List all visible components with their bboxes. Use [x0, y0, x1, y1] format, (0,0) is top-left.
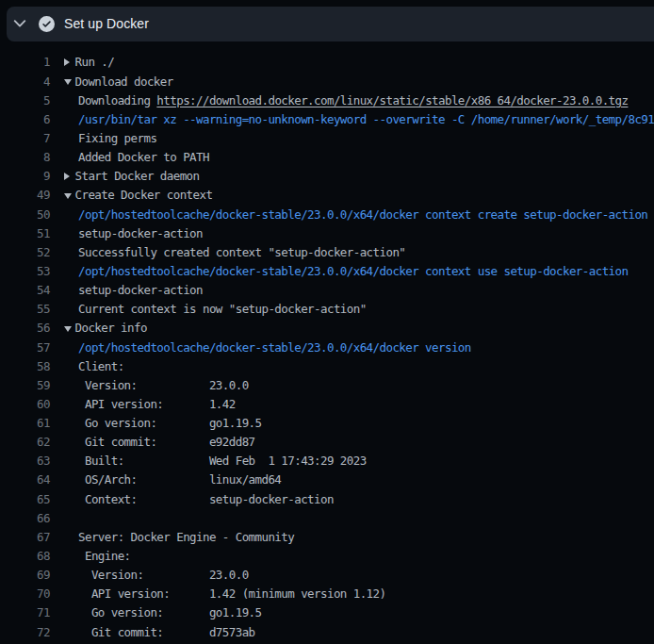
- log-line[interactable]: 50 /opt/hostedtoolcache/docker-stable/23…: [0, 206, 654, 224]
- log-text: Create Docker context: [75, 186, 213, 205]
- log-line[interactable]: 54 setup-docker-action: [0, 281, 654, 300]
- log-text: Start Docker daemon: [75, 167, 200, 186]
- log-line[interactable]: 69 Version: 23.0.0: [0, 566, 654, 585]
- line-number[interactable]: 71: [0, 603, 50, 622]
- line-number[interactable]: 55: [0, 300, 50, 319]
- log-line[interactable]: 57 /opt/hostedtoolcache/docker-stable/23…: [0, 339, 654, 357]
- log-line[interactable]: 5 Downloading https://download.docker.co…: [0, 91, 654, 110]
- log-line[interactable]: 71 Go version: go1.19.5: [0, 603, 654, 622]
- line-number[interactable]: 7: [0, 129, 50, 148]
- log-text: API version: 1.42: [78, 395, 236, 414]
- line-number[interactable]: 67: [0, 528, 50, 547]
- line-number[interactable]: 70: [0, 585, 50, 603]
- log-text: Version: 23.0.0: [78, 566, 249, 585]
- step-title: Set up Docker: [64, 7, 149, 41]
- line-number[interactable]: 57: [0, 339, 50, 357]
- log-line[interactable]: 60 API version: 1.42: [0, 395, 654, 414]
- log-text: Engine:: [78, 547, 131, 566]
- line-number[interactable]: 4: [0, 73, 50, 91]
- log-line[interactable]: 9 Start Docker daemon: [0, 167, 654, 186]
- line-number[interactable]: 50: [0, 206, 50, 224]
- group-expanded-icon[interactable]: [64, 79, 72, 85]
- line-number[interactable]: 64: [0, 471, 50, 489]
- log-line[interactable]: 61 Go version: go1.19.5: [0, 414, 654, 433]
- log-line[interactable]: 66: [0, 509, 654, 528]
- log-line[interactable]: 59 Version: 23.0.0: [0, 376, 654, 395]
- group-collapsed-icon[interactable]: [64, 58, 70, 66]
- log-line[interactable]: 64 OS/Arch: linux/amd64: [0, 471, 654, 489]
- log-text: /usr/bin/tar xz --warning=no-unknown-key…: [78, 110, 654, 129]
- log-line[interactable]: 6 /usr/bin/tar xz --warning=no-unknown-k…: [0, 110, 654, 129]
- line-number[interactable]: 54: [0, 281, 50, 300]
- line-number[interactable]: 52: [0, 243, 50, 262]
- line-number[interactable]: 51: [0, 224, 50, 243]
- line-number[interactable]: 9: [0, 167, 50, 186]
- log-text: /opt/hostedtoolcache/docker-stable/23.0.…: [78, 339, 471, 357]
- log-text: Go version: go1.19.5: [78, 414, 261, 433]
- log-text: Added Docker to PATH: [78, 148, 209, 167]
- line-number[interactable]: 60: [0, 395, 50, 414]
- log-line[interactable]: 51 setup-docker-action: [0, 224, 654, 243]
- log-line[interactable]: 55 Current context is now "setup-docker-…: [0, 300, 654, 319]
- group-collapsed-icon[interactable]: [64, 173, 70, 180]
- step-header[interactable]: Set up Docker: [7, 7, 654, 41]
- line-number[interactable]: 53: [0, 262, 50, 281]
- log-line[interactable]: 58 Client:: [0, 357, 654, 376]
- line-number[interactable]: 65: [0, 490, 50, 509]
- log-line[interactable]: 70 API version: 1.42 (minimum version 1.…: [0, 585, 654, 603]
- log-text: Current context is now "setup-docker-act…: [78, 300, 367, 319]
- line-number[interactable]: 59: [0, 376, 50, 395]
- log-text: Go version: go1.19.5: [78, 603, 261, 622]
- log-line[interactable]: 72 Git commit: d7573ab: [0, 623, 654, 642]
- log-text: Downloading https://download.docker.com/…: [78, 91, 628, 110]
- line-number[interactable]: 66: [0, 509, 50, 528]
- log-text: Run ./: [75, 53, 115, 72]
- log-text: Server: Docker Engine - Community: [78, 528, 294, 547]
- log-text: Docker info: [75, 319, 147, 338]
- group-expanded-icon[interactable]: [64, 193, 72, 199]
- line-number[interactable]: 56: [0, 319, 50, 338]
- line-number[interactable]: 62: [0, 433, 50, 452]
- log-line[interactable]: 63 Built: Wed Feb 1 17:43:29 2023: [0, 452, 654, 471]
- log-text: setup-docker-action: [78, 224, 203, 243]
- line-number[interactable]: 68: [0, 547, 50, 566]
- log-text: Git commit: e92dd87: [78, 433, 255, 452]
- log-line[interactable]: 53 /opt/hostedtoolcache/docker-stable/23…: [0, 262, 654, 281]
- log-text: Git commit: d7573ab: [78, 623, 255, 642]
- log-line[interactable]: 7 Fixing perms: [0, 129, 654, 148]
- line-number[interactable]: 58: [0, 357, 50, 376]
- log-area: 1 Run ./ 4 Download docker 5 Downloading…: [0, 41, 654, 644]
- check-circle-icon: [39, 16, 55, 32]
- line-number[interactable]: 8: [0, 148, 50, 167]
- log-text: API version: 1.42 (minimum version 1.12): [78, 585, 385, 603]
- log-line[interactable]: 1 Run ./: [0, 53, 654, 72]
- log-text: Version: 23.0.0: [78, 376, 249, 395]
- log-text: Built: Wed Feb 1 17:43:29 2023: [78, 452, 367, 471]
- log-line[interactable]: 62 Git commit: e92dd87: [0, 433, 654, 452]
- log-line[interactable]: 65 Context: setup-docker-action: [0, 490, 654, 509]
- line-number[interactable]: 49: [0, 186, 50, 205]
- log-line[interactable]: 56 Docker info: [0, 319, 654, 338]
- log-text: Fixing perms: [78, 129, 156, 148]
- log-text: Client:: [78, 357, 124, 376]
- log-line[interactable]: 8 Added Docker to PATH: [0, 148, 654, 167]
- log-line[interactable]: 49 Create Docker context: [0, 186, 654, 205]
- log-line[interactable]: 4 Download docker: [0, 73, 654, 91]
- chevron-down-icon[interactable]: [10, 14, 29, 33]
- log-text: /opt/hostedtoolcache/docker-stable/23.0.…: [78, 262, 628, 281]
- line-number[interactable]: 5: [0, 91, 50, 110]
- line-number[interactable]: 61: [0, 414, 50, 433]
- line-number[interactable]: 63: [0, 452, 50, 471]
- line-number[interactable]: 1: [0, 53, 50, 72]
- line-number[interactable]: 6: [0, 110, 50, 129]
- log-text: /opt/hostedtoolcache/docker-stable/23.0.…: [78, 206, 647, 224]
- line-number[interactable]: 72: [0, 623, 50, 642]
- group-expanded-icon[interactable]: [64, 326, 72, 332]
- log-text: Successfully created context "setup-dock…: [78, 243, 405, 262]
- log-link[interactable]: https://download.docker.com/linux/static…: [156, 93, 628, 107]
- line-number[interactable]: 69: [0, 566, 50, 585]
- log-line[interactable]: 52 Successfully created context "setup-d…: [0, 243, 654, 262]
- log-line[interactable]: 67 Server: Docker Engine - Community: [0, 528, 654, 547]
- log-text: setup-docker-action: [78, 281, 203, 300]
- log-line[interactable]: 68 Engine:: [0, 547, 654, 566]
